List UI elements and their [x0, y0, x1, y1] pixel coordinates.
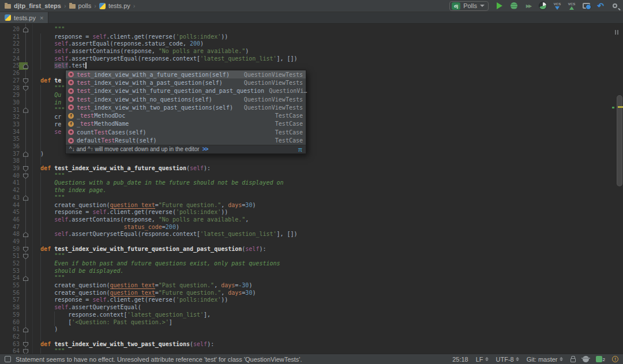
completion-name: _testMethodDoc — [77, 112, 125, 119]
code-line[interactable] — [27, 333, 298, 341]
code-line[interactable]: self.assertQuerysetEqual( — [27, 304, 298, 312]
code-line[interactable]: Even if both past and future questions e… — [27, 260, 298, 268]
line-number: 36 — [0, 143, 20, 151]
completion-name: _testMethodName — [77, 121, 129, 127]
code-line[interactable]: self.assertEqual(response.status_code, 2… — [27, 40, 298, 48]
code-line[interactable]: """ — [27, 194, 298, 202]
completion-origin-class: TestCase — [271, 112, 303, 119]
line-number: 34 — [0, 129, 20, 136]
window-icon[interactable] — [5, 356, 11, 362]
notifications-icon[interactable]: 2 — [596, 356, 605, 362]
close-icon[interactable]: × — [40, 14, 43, 21]
completion-name: test_index_view_with_a_future_question(s… — [77, 72, 230, 78]
line-number: 20 — [0, 26, 20, 33]
line-number: 38 — [0, 157, 20, 165]
completion-item[interactable]: mtest_index_view_with_a_future_question(… — [66, 70, 306, 78]
search-everywhere-icon[interactable] — [610, 1, 620, 11]
completion-item[interactable]: mtest_index_view_with_two_past_questions… — [66, 103, 306, 111]
code-line[interactable]: response = self.client.get(reverse('poll… — [27, 33, 298, 41]
run-configuration-select[interactable]: dj Polls — [449, 1, 489, 11]
completion-item[interactable]: mtest_index_view_with_a_past_question(se… — [66, 78, 306, 87]
event-alert-icon[interactable]: ! — [612, 356, 618, 362]
code-line[interactable]: self.assertQuerysetEqual(response.contex… — [27, 231, 298, 238]
code-line[interactable] — [27, 157, 298, 165]
code-line[interactable]: ) — [27, 326, 298, 333]
breadcrumb-file[interactable]: tests.py — [99, 2, 130, 9]
code-line[interactable]: def test_index_view_with_future_question… — [27, 246, 298, 253]
line-number: 59 — [0, 312, 20, 319]
code-line[interactable]: self.assertContains(response, "No polls … — [27, 48, 298, 55]
encoding-widget[interactable]: UTF-8 — [496, 356, 519, 363]
editor-tab-bar: tests.py × — [0, 12, 623, 24]
completion-origin-class: QuestionViewTests — [239, 96, 303, 103]
completion-name: test_index_view_with_future_question_and… — [77, 88, 264, 94]
code-line[interactable]: """ — [27, 253, 298, 260]
tab-label: tests.py — [14, 14, 36, 21]
coverage-icon[interactable]: ▶▶ — [524, 1, 533, 11]
debug-icon[interactable] — [509, 1, 519, 11]
line-number: 47 — [0, 224, 20, 231]
field-icon: f — [68, 121, 74, 127]
code-line[interactable] — [27, 238, 298, 246]
code-line[interactable]: response = self.client.get(reverse('poll… — [27, 297, 298, 304]
caret-position-widget[interactable]: 25:18 — [452, 356, 468, 363]
code-line[interactable]: the index page. — [27, 187, 298, 194]
code-line[interactable]: self.assertQuerysetEqual(response.contex… — [27, 55, 298, 63]
code-line[interactable]: """ — [27, 275, 298, 282]
line-number: 22 — [0, 40, 20, 48]
code-line[interactable]: should be displayed. — [27, 268, 298, 275]
line-number: 58 — [0, 304, 20, 312]
line-number: 51 — [0, 253, 20, 260]
code-line[interactable]: def test_index_view_with_a_future_questi… — [27, 165, 298, 172]
code-line[interactable]: response = self.client.get(reverse('poll… — [27, 209, 298, 216]
hint-more-link[interactable]: >> — [202, 146, 208, 152]
inspections-profile-icon[interactable] — [583, 356, 589, 362]
breadcrumb-project[interactable]: djtp_first_steps — [5, 2, 61, 9]
line-number: 27 — [0, 77, 20, 85]
method-icon: m — [68, 104, 74, 110]
code-line[interactable]: """ — [27, 172, 298, 180]
line-number: 29 — [0, 92, 20, 99]
code-line[interactable]: create_question(question_text="Future qu… — [27, 290, 298, 297]
main-toolbar: dj Polls ▶▶VCSVCS↶ — [449, 1, 620, 11]
tab-tests-py[interactable]: tests.py × — [0, 12, 48, 23]
code-line[interactable]: response.context['latest_question_list']… — [27, 312, 298, 319]
code-line[interactable]: self.test — [27, 62, 298, 70]
code-line[interactable]: """ — [27, 348, 298, 354]
code-editor[interactable]: 2021222324252627282930313233343536373839… — [0, 24, 623, 354]
completion-item[interactable]: mcountTestCases(self)TestCase — [66, 128, 306, 136]
lock-icon[interactable] — [571, 356, 576, 362]
completion-item[interactable]: mtest_index_view_with_future_question_an… — [66, 87, 306, 95]
line-number: 39 — [0, 165, 20, 172]
code-line[interactable]: self.assertContains(response, "No polls … — [27, 216, 298, 224]
code-line[interactable]: create_question(question_text="Future qu… — [27, 202, 298, 209]
vcs-update-icon[interactable]: VCS — [553, 1, 562, 11]
line-number: 21 — [0, 33, 20, 41]
completion-item[interactable]: mtest_index_view_with_no_questions(self)… — [66, 95, 306, 103]
local-history-icon[interactable] — [581, 1, 591, 11]
updown-icon — [560, 357, 563, 361]
completion-item[interactable]: f_testMethodDocTestCase — [66, 111, 306, 119]
completion-origin-class: QuestionViewTests — [239, 72, 303, 78]
scrollbar-thumb[interactable] — [617, 95, 622, 186]
completion-item[interactable]: mdefaultTestResult(self)TestCase — [66, 136, 306, 144]
run-icon[interactable] — [495, 1, 504, 11]
code-line[interactable]: ['<Question: Past question.>'] — [27, 319, 298, 327]
code-line[interactable]: """ — [27, 26, 298, 33]
vcs-commit-icon[interactable]: VCS — [567, 1, 576, 11]
breadcrumb-folder[interactable]: polls — [69, 2, 92, 9]
code-line[interactable]: status_code=200) — [27, 224, 298, 231]
code-line[interactable]: create_question(question_text="Past ques… — [27, 282, 298, 290]
code-line[interactable]: def test_index_view_with_two_past_questi… — [27, 341, 298, 348]
breadcrumb-file-label: tests.py — [108, 2, 130, 9]
git-branch-widget[interactable]: Git: master — [527, 356, 563, 363]
python-file-icon — [5, 14, 11, 21]
line-number: 50 — [0, 246, 20, 253]
rollback-icon[interactable]: ↶ — [596, 1, 605, 11]
concurrency-diagram-icon[interactable] — [538, 1, 547, 11]
line-ending-widget[interactable]: LF — [476, 356, 489, 363]
line-number: 60 — [0, 319, 20, 327]
completion-item[interactable]: f_testMethodNameTestCase — [66, 120, 306, 128]
code-line[interactable]: Questions with a pub_date in the future … — [27, 179, 298, 187]
warning-stripe-mark[interactable] — [618, 106, 623, 108]
